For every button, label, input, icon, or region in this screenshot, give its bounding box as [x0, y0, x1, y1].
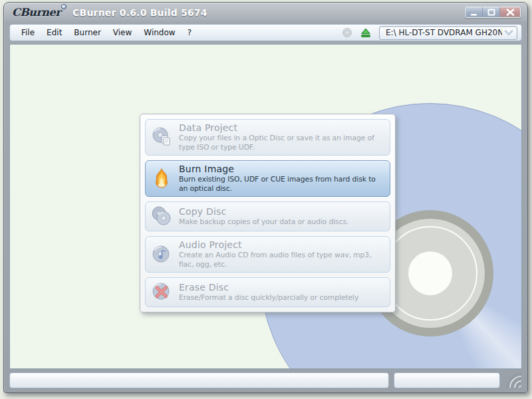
cd-hub-hole [408, 251, 452, 295]
maximize-icon [487, 9, 495, 16]
maximize-button[interactable] [483, 7, 500, 17]
eject-button[interactable] [360, 27, 372, 38]
item-title: Erase Disc [179, 282, 384, 293]
menu-edit[interactable]: Edit [41, 26, 68, 39]
menu-item-data-project[interactable]: Data Project Copy your files in a Optic … [145, 119, 390, 156]
refresh-drive-button[interactable] [341, 27, 353, 38]
menu-item-burn-image[interactable]: Burn Image Burn existing ISO, UDF or CUE… [145, 160, 390, 197]
item-description: Burn existing ISO, UDF or CUE images fro… [179, 175, 384, 193]
data-disc-icon [150, 126, 174, 148]
menu-bar: File Edit Burner View Window ? [9, 24, 522, 41]
app-logo-text: CBurner [12, 6, 61, 19]
chevron-down-icon[interactable] [502, 27, 515, 39]
minimize-button[interactable] [466, 7, 483, 17]
menu-burner[interactable]: Burner [68, 26, 106, 39]
eject-icon [360, 28, 371, 38]
window-body: File Edit Burner View Window ? [4, 22, 527, 392]
item-description: Make backup copies of your data or audio… [179, 217, 384, 227]
title-bar: CBurner CBurner 0.6.0 Build 5674 [4, 3, 527, 22]
item-description: Erase/Format a disc quickly/parcially or… [179, 293, 384, 303]
app-logo: CBurner [12, 6, 61, 19]
logo-disc-icon [61, 4, 66, 9]
item-description: Copy your files in a Optic Disc or save … [179, 134, 384, 152]
copy-disc-icon [150, 205, 174, 227]
menu-window[interactable]: Window [138, 26, 181, 39]
window-title: CBurner 0.6.0 Build 5674 [72, 7, 207, 18]
menu-file[interactable]: File [15, 26, 41, 39]
item-title: Data Project [179, 122, 384, 134]
status-panel-left [9, 372, 389, 388]
menu-item-audio-project[interactable]: Audio Project Create an Audio CD from au… [145, 236, 390, 273]
menu-help[interactable]: ? [182, 26, 198, 39]
drive-selector-value: E:\ HL-DT-ST DVDRAM GH20NS10 [386, 28, 502, 37]
resize-grip[interactable] [505, 372, 522, 388]
status-bar [9, 372, 522, 388]
disc-icon [342, 27, 352, 38]
item-title: Burn Image [179, 164, 384, 175]
main-menu-panel: Data Project Copy your files in a Optic … [140, 114, 396, 313]
status-panel-right [394, 372, 500, 388]
item-description: Create an Audio CD from audio files of t… [179, 251, 384, 269]
window-controls [465, 7, 521, 18]
menu-item-erase-disc[interactable]: Erase Disc Erase/Format a disc quickly/p… [145, 277, 390, 307]
flame-icon [150, 168, 174, 189]
menu-item-copy-disc[interactable]: Copy Disc Make backup copies of your dat… [145, 201, 390, 231]
resize-grip-icon [507, 373, 521, 388]
item-title: Audio Project [179, 239, 384, 251]
close-icon [506, 9, 515, 16]
minimize-icon [470, 9, 478, 16]
client-area: Data Project Copy your files in a Optic … [9, 44, 522, 369]
drive-selector[interactable]: E:\ HL-DT-ST DVDRAM GH20NS10 [379, 26, 517, 40]
audio-disc-icon [150, 243, 174, 265]
item-title: Copy Disc [179, 206, 384, 217]
app-window: CBurner CBurner 0.6.0 Build 5674 [3, 2, 528, 393]
erase-disc-icon [150, 281, 174, 303]
close-button[interactable] [500, 7, 520, 17]
menu-view[interactable]: View [107, 26, 138, 39]
